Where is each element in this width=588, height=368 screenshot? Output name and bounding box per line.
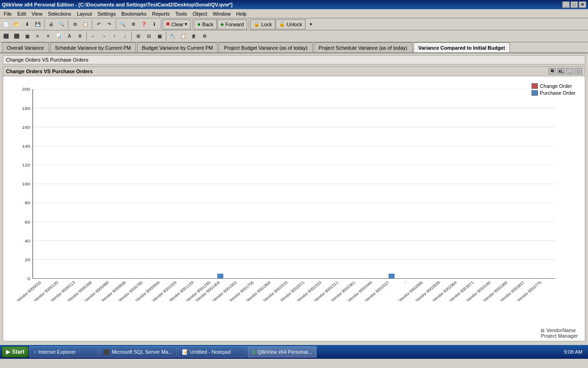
tb2-btn5[interactable]: ≡	[43, 31, 53, 41]
tb2-btn7[interactable]: A	[64, 31, 74, 41]
chart-legend: Change Order Purchase Order	[531, 83, 576, 97]
sep6	[192, 20, 192, 29]
tb2-btn13[interactable]: ⊞	[133, 31, 143, 41]
menu-tools[interactable]: Tools	[172, 10, 190, 17]
menu-reports[interactable]: Reports	[149, 10, 173, 17]
tab-variance-initial-budget[interactable]: Variance Compared to Initial Budget	[413, 42, 510, 52]
back-button[interactable]: ● Back	[194, 19, 216, 29]
more-button[interactable]: ▾	[306, 19, 316, 29]
chart-icon1[interactable]: ⧉	[548, 68, 556, 75]
tb2-btn18[interactable]: 🗑	[189, 31, 199, 41]
unlock-icon: 🔓	[279, 21, 285, 27]
tb2-btn12[interactable]: ↓	[120, 31, 130, 41]
tab-budget-variance-pm[interactable]: Budget Variance by Current PM	[137, 42, 218, 52]
menu-view[interactable]: View	[29, 10, 45, 17]
copy-button[interactable]: ⧉	[70, 19, 80, 29]
menu-help[interactable]: Help	[233, 10, 249, 17]
unlock-button[interactable]: 🔓 Unlock	[276, 19, 305, 29]
print-button[interactable]: 🖨	[46, 19, 56, 29]
tb2-btn1[interactable]: ⬛	[1, 31, 11, 41]
save-button[interactable]: 💾	[33, 19, 43, 29]
tb2-btn14[interactable]: ⊟	[144, 31, 154, 41]
tb2-btn11[interactable]: ↑	[109, 31, 119, 41]
tb2-btn19[interactable]: ⚙	[199, 31, 209, 41]
svg-text:60: 60	[25, 219, 31, 224]
sep3	[92, 20, 92, 29]
bar-vendor-8002537	[389, 273, 395, 278]
dimension-vendor-name: ⊞ VendorName	[541, 328, 578, 333]
qlikview-label: QlikView x64 Personal...	[257, 349, 312, 355]
sep5	[161, 20, 161, 29]
tab-overall-variance[interactable]: Overall Variance	[2, 42, 49, 52]
clear-label: Clear	[171, 22, 183, 27]
tb2-btn15[interactable]: ▦	[154, 31, 164, 41]
chart-title-icons: ⧉ XL _ □	[548, 68, 582, 75]
tb2-btn9[interactable]: ←	[88, 31, 98, 41]
svg-text:120: 120	[22, 163, 31, 167]
open-button[interactable]: 📂	[11, 19, 22, 29]
tb2-btn8[interactable]: A	[75, 31, 85, 41]
tb2-btn6[interactable]: 📊	[54, 31, 64, 41]
content: Change Orders VS Purchase Orders Change …	[0, 53, 588, 345]
lock-label: Lock	[261, 22, 272, 27]
help-button[interactable]: ❓	[139, 19, 149, 29]
redo-button[interactable]: ↷	[104, 19, 114, 29]
paste-button[interactable]: 📋	[80, 19, 90, 29]
toolbar2: ⬛ ⬛ ▦ ≡ ≡ 📊 A A ← → ↑ ↓ ⊞ ⊟ ▦ 🔧 📋 🗑 ⚙	[0, 30, 588, 42]
tb2-btn10[interactable]: →	[99, 31, 109, 41]
sep1	[44, 20, 45, 29]
legend-change-order: Change Order	[531, 83, 576, 89]
sql-label: Microsoft SQL Server Ma...	[112, 349, 172, 355]
start-button[interactable]: ▶ Start	[2, 346, 28, 357]
taskbar-qlikview[interactable]: Q QlikView x64 Personal...	[248, 346, 317, 357]
about-button[interactable]: ℹ	[149, 19, 159, 29]
back-icon: ●	[197, 21, 201, 28]
taskbar-notepad[interactable]: 📝 Untitled - Notepad	[178, 346, 247, 357]
close-button[interactable]: ✕	[579, 1, 586, 8]
menu-settings[interactable]: Settings	[95, 10, 119, 17]
taskbar-sql-server[interactable]: ⬛ Microsoft SQL Server Ma...	[99, 346, 176, 357]
clear-button[interactable]: ✖ Clear ▾	[163, 19, 191, 29]
dimension-label-pm: Project Manager	[541, 333, 578, 339]
qlikview-icon: Q	[252, 349, 256, 355]
ie-label: Internet Explorer	[38, 349, 75, 355]
restore-button[interactable]: □	[571, 1, 578, 8]
menu-bookmarks[interactable]: Bookmarks	[119, 10, 149, 17]
breadcrumb: Change Orders VS Purchase Orders	[3, 55, 585, 64]
menu-file[interactable]: File	[1, 10, 15, 17]
tb2-btn17[interactable]: 📋	[178, 31, 188, 41]
tb2-btn3[interactable]: ▦	[22, 31, 32, 41]
forward-button[interactable]: ● Forward	[217, 19, 247, 29]
settings-button[interactable]: ⚙	[128, 19, 138, 29]
tb2-btn16[interactable]: 🔧	[168, 31, 178, 41]
new-button[interactable]: 📄	[1, 19, 11, 29]
undo-button[interactable]: ↶	[94, 19, 104, 29]
svg-rect-23	[217, 273, 223, 278]
tab-project-budget-variance[interactable]: Project Budget Variance (as of today)	[219, 42, 312, 52]
menu-edit[interactable]: Edit	[15, 10, 29, 17]
tb2-btn4[interactable]: ≡	[33, 31, 43, 41]
svg-text:20: 20	[25, 258, 31, 262]
sep2	[68, 20, 68, 29]
lock-button[interactable]: 🔒 Lock	[250, 19, 275, 29]
lock-icon: 🔒	[254, 21, 260, 27]
menu-layout[interactable]: Layout	[74, 10, 95, 17]
menu-window[interactable]: Window	[210, 10, 233, 17]
print-preview-button[interactable]: 🔍	[57, 19, 67, 29]
chart-minimize-button[interactable]: _	[566, 68, 573, 75]
tab-project-schedule-variance[interactable]: Project Schedule Variance (as of today)	[314, 42, 413, 52]
notepad-label: Untitled - Notepad	[190, 349, 231, 355]
title-bar-controls[interactable]: _ □ ✕	[562, 1, 586, 8]
chart-restore-button[interactable]: □	[575, 68, 582, 75]
recent-button[interactable]: ⬇	[22, 19, 32, 29]
search-button[interactable]: 🔍	[118, 19, 128, 29]
minimize-button[interactable]: _	[562, 1, 570, 8]
taskbar-ie[interactable]: e Internet Explorer	[29, 346, 98, 357]
sep7	[249, 20, 249, 29]
menu-object[interactable]: Object	[190, 10, 210, 17]
tab-schedule-variance-pm[interactable]: Schedule Variance by Current PM	[50, 42, 136, 52]
menu-selections[interactable]: Selections	[45, 10, 74, 17]
tb2-btn2[interactable]: ⬛	[11, 31, 22, 41]
chart-maximize-button[interactable]: XL	[557, 68, 565, 75]
bar-vendor-8001404	[217, 273, 223, 278]
